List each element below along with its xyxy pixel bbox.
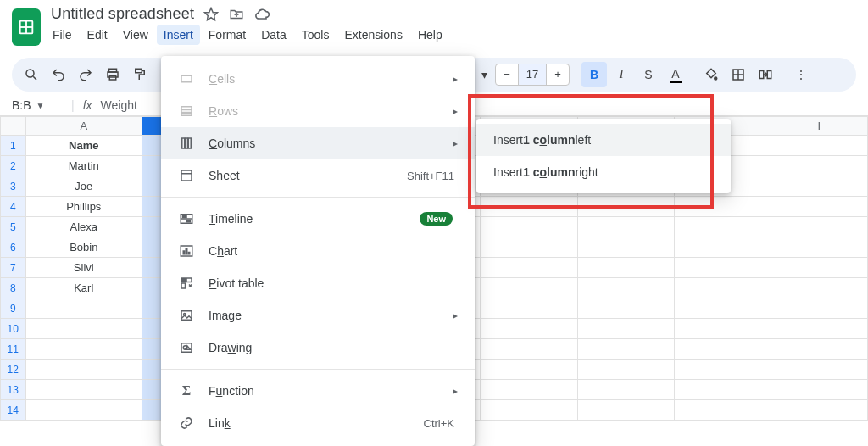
cell[interactable] <box>674 237 771 258</box>
star-icon[interactable] <box>203 6 220 23</box>
text-color-button[interactable]: A <box>663 62 688 87</box>
cell[interactable] <box>771 360 867 380</box>
borders-button[interactable] <box>726 62 751 87</box>
submenu-item[interactable]: Insert 1 column right <box>476 156 731 188</box>
cell[interactable] <box>481 298 577 319</box>
cell[interactable] <box>771 319 867 339</box>
cell[interactable]: Bobin <box>25 237 142 258</box>
strikethrough-button[interactable]: S <box>636 62 661 87</box>
cell[interactable] <box>577 380 674 400</box>
merge-cells-button[interactable] <box>753 62 778 87</box>
insert-menu-image[interactable]: Image▸ <box>161 299 475 332</box>
cell[interactable] <box>481 197 577 217</box>
cell[interactable] <box>674 339 771 360</box>
cell[interactable] <box>771 400 867 421</box>
insert-menu-chart[interactable]: Chart <box>161 235 475 267</box>
cell[interactable]: Karl <box>25 278 142 298</box>
row-header[interactable]: 8 <box>1 278 26 298</box>
cell[interactable] <box>577 217 674 237</box>
menu-insert[interactable]: Insert <box>157 25 200 45</box>
cell[interactable] <box>674 360 771 380</box>
cell[interactable]: Phillips <box>25 197 142 217</box>
cell[interactable] <box>481 278 577 298</box>
insert-menu-columns[interactable]: Columns▸ <box>161 127 475 159</box>
menu-view[interactable]: View <box>116 25 155 45</box>
cell[interactable] <box>481 380 577 400</box>
sheets-logo[interactable] <box>12 8 41 46</box>
cell[interactable] <box>481 258 577 278</box>
menu-format[interactable]: Format <box>202 25 253 45</box>
menu-data[interactable]: Data <box>254 25 293 45</box>
row-header[interactable]: 9 <box>1 298 26 319</box>
row-header[interactable]: 1 <box>1 136 26 156</box>
font-size-increase[interactable]: + <box>547 64 569 85</box>
cell[interactable] <box>25 380 142 400</box>
row-header[interactable]: 7 <box>1 258 26 278</box>
cell[interactable] <box>771 298 867 319</box>
cell[interactable] <box>577 360 674 380</box>
paint-format-icon[interactable] <box>127 62 153 87</box>
undo-icon[interactable] <box>46 62 71 87</box>
cell[interactable] <box>577 339 674 360</box>
menu-tools[interactable]: Tools <box>295 25 337 45</box>
cell[interactable] <box>771 380 867 400</box>
insert-menu-function[interactable]: ΣFunction▸ <box>161 375 475 407</box>
cell[interactable] <box>771 217 867 237</box>
cell[interactable]: Martin <box>25 156 142 176</box>
more-toolbar-icon[interactable]: ⋮ <box>788 62 814 87</box>
row-header[interactable]: 5 <box>1 217 26 237</box>
cell[interactable] <box>771 136 867 156</box>
col-header-I[interactable]: I <box>771 117 867 136</box>
col-header-A[interactable]: A <box>25 117 142 136</box>
menu-help[interactable]: Help <box>411 25 449 45</box>
cell[interactable] <box>481 400 577 421</box>
cell[interactable] <box>25 400 142 421</box>
move-folder-icon[interactable] <box>228 6 245 23</box>
cell[interactable] <box>674 197 771 217</box>
cell[interactable] <box>771 237 867 258</box>
cell[interactable]: Name <box>25 136 142 156</box>
row-header[interactable]: 11 <box>1 339 26 360</box>
cell[interactable] <box>771 156 867 176</box>
cell[interactable] <box>577 278 674 298</box>
menu-edit[interactable]: Edit <box>81 25 114 45</box>
row-header[interactable]: 12 <box>1 360 26 380</box>
insert-menu-pivot-table[interactable]: Pivot table <box>161 267 475 299</box>
fill-color-button[interactable] <box>698 62 724 87</box>
cell[interactable] <box>771 339 867 360</box>
row-header[interactable]: 6 <box>1 237 26 258</box>
cell[interactable] <box>674 400 771 421</box>
font-size-value[interactable]: 17 <box>518 64 547 85</box>
redo-icon[interactable] <box>73 62 98 87</box>
insert-menu-timeline[interactable]: TimelineNew <box>161 203 475 235</box>
cell[interactable] <box>577 319 674 339</box>
search-icon[interactable] <box>19 62 44 87</box>
cell[interactable] <box>674 298 771 319</box>
menu-file[interactable]: File <box>46 25 79 45</box>
font-size-control[interactable]: − 17 + <box>495 64 570 86</box>
cell[interactable] <box>481 339 577 360</box>
cell[interactable] <box>577 197 674 217</box>
insert-menu-sheet[interactable]: SheetShift+F11 <box>161 159 475 192</box>
submenu-item[interactable]: Insert 1 column left <box>476 124 731 156</box>
row-header[interactable]: 2 <box>1 156 26 176</box>
cell[interactable] <box>674 319 771 339</box>
cell[interactable]: Joe <box>25 176 142 197</box>
menu-extensions[interactable]: Extensions <box>337 25 409 45</box>
cell[interactable] <box>481 217 577 237</box>
cell[interactable] <box>25 298 142 319</box>
cell[interactable] <box>771 258 867 278</box>
chevron-down-icon[interactable]: ▾ <box>478 62 490 87</box>
name-box[interactable]: B:B ▼ <box>12 98 63 112</box>
row-header[interactable]: 13 <box>1 380 26 400</box>
cell[interactable] <box>577 258 674 278</box>
cell[interactable]: Alexa <box>25 217 142 237</box>
cloud-status-icon[interactable] <box>253 6 270 23</box>
cell[interactable] <box>481 360 577 380</box>
font-size-decrease[interactable]: − <box>496 64 518 85</box>
cell[interactable]: Silvi <box>25 258 142 278</box>
row-header[interactable]: 3 <box>1 176 26 197</box>
formula-bar-content[interactable]: Weight <box>101 98 137 112</box>
insert-menu-link[interactable]: LinkCtrl+K <box>161 407 475 439</box>
cell[interactable] <box>577 400 674 421</box>
